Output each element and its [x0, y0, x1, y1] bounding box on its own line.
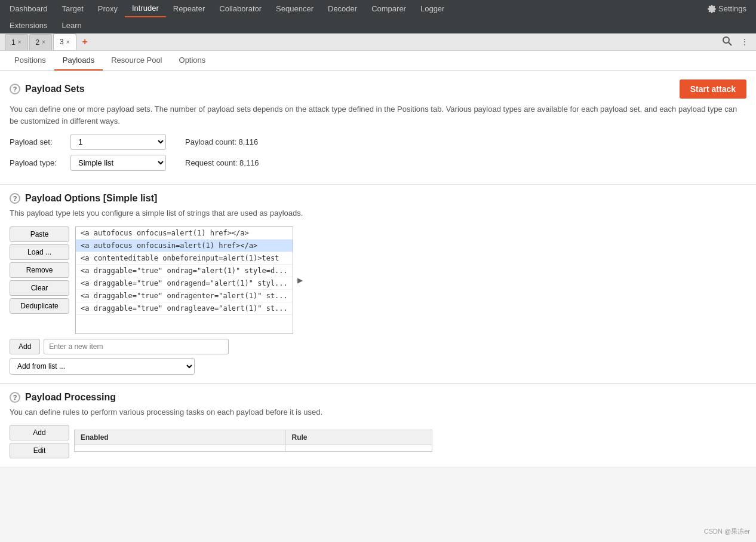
menu-repeater[interactable]: Repeater [166, 1, 212, 17]
payload-processing-header: ? Payload Processing [10, 392, 746, 403]
list-item[interactable]: <a draggable="true" ondragleave="alert(1… [76, 302, 293, 315]
subtab-payloads[interactable]: Payloads [54, 51, 103, 71]
tab-1-close[interactable]: × [18, 39, 21, 45]
payload-sets-title: Payload Sets [25, 84, 85, 94]
tab-actions: ⋮ [720, 35, 751, 49]
col-rule: Rule [285, 430, 432, 445]
svg-point-0 [723, 37, 729, 43]
add-from-list-row: Add from list ... [10, 358, 746, 375]
menu-proxy[interactable]: Proxy [91, 1, 125, 17]
payload-processing-section: ? Payload Processing You can define rule… [0, 384, 756, 468]
processing-add-button[interactable]: Add [10, 425, 69, 440]
subtab-options[interactable]: Options [171, 51, 214, 71]
menu-decoder[interactable]: Decoder [321, 1, 364, 17]
processing-edit-button[interactable]: Edit [10, 443, 69, 458]
scroll-right-arrow: ▶ [297, 276, 303, 284]
settings-label: Settings [718, 4, 746, 13]
payload-list-container[interactable]: <a autofocus onfocus=alert(1) href></a> … [75, 226, 293, 334]
menu-extensions[interactable]: Extensions [2, 17, 55, 33]
payload-sets-section: ? Payload Sets Start attack You can defi… [0, 71, 756, 185]
payload-type-row: Payload type: Simple list Request count:… [10, 155, 746, 171]
deduplicate-button[interactable]: Deduplicate [10, 298, 69, 314]
payload-sets-help-icon[interactable]: ? [10, 84, 20, 94]
svg-line-1 [729, 42, 732, 45]
processing-buttons: Add Edit [10, 425, 69, 458]
payload-list-wrapper: <a autofocus onfocus=alert(1) href></a> … [75, 226, 293, 334]
remove-button[interactable]: Remove [10, 262, 69, 278]
payload-count: Payload count: 8,116 [185, 137, 258, 146]
tab-2-label: 2 [36, 38, 40, 47]
tab-add-button[interactable]: + [78, 34, 93, 50]
tab-2-close[interactable]: × [42, 39, 45, 45]
tab-3-close[interactable]: × [66, 39, 70, 45]
subtab-resource-pool[interactable]: Resource Pool [103, 51, 170, 71]
menu-row-2: Extensions Learn [2, 17, 754, 33]
tab-1[interactable]: 1 × [5, 34, 28, 50]
payload-options-help-icon[interactable]: ? [10, 193, 20, 204]
list-item[interactable]: <a autofocus onfocusin=alert(1) href></a… [76, 240, 293, 252]
tab-bar: 1 × 2 × 3 × + ⋮ [0, 33, 756, 51]
payload-processing-title: Payload Processing [25, 392, 116, 403]
add-item-input[interactable] [44, 339, 229, 354]
list-item[interactable]: <a draggable="true" ondragend="alert(1)"… [76, 277, 293, 290]
menu-sequencer[interactable]: Sequencer [269, 1, 321, 17]
menu-learn[interactable]: Learn [55, 17, 89, 33]
section-title-row: ? Payload Sets [10, 84, 85, 94]
list-item[interactable]: <a contenteditable onbeforeinput=alert(1… [76, 252, 293, 265]
list-item[interactable]: <a draggable="true" ondrag="alert(1)" st… [76, 265, 293, 277]
tab-3[interactable]: 3 × [53, 33, 76, 50]
main-content: ? Payload Sets Start attack You can defi… [0, 71, 756, 467]
list-item[interactable]: <a autofocus onfocus=alert(1) href></a> [76, 227, 293, 240]
tab-2[interactable]: 2 × [29, 34, 53, 50]
tab-1-label: 1 [11, 38, 16, 47]
payload-type-label: Payload type: [10, 158, 63, 167]
tab-3-label: 3 [60, 38, 64, 46]
clear-button[interactable]: Clear [10, 280, 69, 296]
menu-collaborator[interactable]: Collaborator [212, 1, 269, 17]
menu-dashboard[interactable]: Dashboard [2, 1, 55, 17]
payload-options-header: ? Payload Options [Simple list] [10, 193, 746, 204]
payload-set-select[interactable]: 1 [70, 134, 166, 150]
search-button[interactable] [720, 35, 735, 49]
add-item-button[interactable]: Add [10, 339, 40, 354]
more-options-button[interactable]: ⋮ [738, 35, 751, 49]
menu-bar: Dashboard Target Proxy Intruder Repeater… [0, 0, 756, 33]
menu-target[interactable]: Target [55, 1, 91, 17]
payload-action-buttons: Paste Load ... Remove Clear Deduplicate [10, 226, 69, 334]
search-icon [723, 36, 732, 46]
list-item[interactable]: <a draggable="true" ondragenter="alert(1… [76, 290, 293, 302]
menu-logger[interactable]: Logger [413, 1, 451, 17]
payload-options-section: ? Payload Options [Simple list] This pay… [0, 185, 756, 384]
processing-layout: Add Edit Enabled Rule [10, 425, 746, 458]
menu-comparer[interactable]: Comparer [364, 1, 413, 17]
payload-options-layout: Paste Load ... Remove Clear Deduplicate … [10, 226, 746, 334]
payload-list: <a autofocus onfocus=alert(1) href></a> … [76, 227, 293, 315]
add-item-row: Add [10, 339, 746, 354]
payload-set-label: Payload set: [10, 137, 63, 146]
payload-options-title: Payload Options [Simple list] [25, 193, 157, 204]
payload-set-row: Payload set: 1 Payload count: 8,116 [10, 134, 746, 150]
add-from-list-select[interactable]: Add from list ... [10, 358, 195, 375]
sub-tab-bar: Positions Payloads Resource Pool Options [0, 51, 756, 71]
payload-sets-header: ? Payload Sets Start attack [10, 79, 746, 99]
col-enabled: Enabled [75, 430, 285, 445]
gear-icon [708, 5, 716, 13]
payload-processing-desc: You can define rules to perform various … [10, 406, 746, 418]
load-button[interactable]: Load ... [10, 244, 69, 260]
payload-sets-desc: You can define one or more payload sets.… [10, 103, 746, 127]
menu-settings[interactable]: Settings [700, 1, 754, 17]
payload-processing-help-icon[interactable]: ? [10, 392, 20, 403]
payload-type-select[interactable]: Simple list [70, 155, 166, 171]
menu-row-1: Dashboard Target Proxy Intruder Repeater… [2, 0, 754, 17]
processing-table: Enabled Rule [74, 430, 432, 452]
payload-options-desc: This payload type lets you configure a s… [10, 207, 746, 219]
start-attack-button[interactable]: Start attack [680, 79, 746, 99]
paste-button[interactable]: Paste [10, 226, 69, 242]
table-row [75, 445, 432, 452]
request-count: Request count: 8,116 [185, 158, 259, 167]
subtab-positions[interactable]: Positions [6, 51, 54, 71]
menu-intruder[interactable]: Intruder [125, 0, 166, 17]
